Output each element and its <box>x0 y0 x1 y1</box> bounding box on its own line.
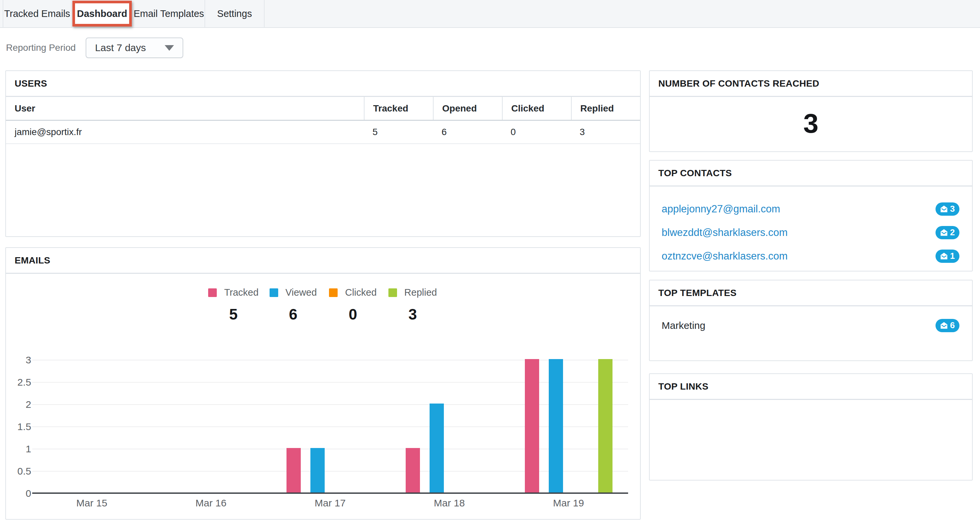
opens-count-badge: 1 <box>935 250 959 263</box>
open-envelope-icon <box>940 321 948 329</box>
users-panel: USERS UserTrackedOpenedClickedReplied ja… <box>5 70 641 237</box>
x-axis-tick-label: Mar 15 <box>76 498 107 509</box>
open-envelope-icon <box>940 229 948 236</box>
opens-count-badge: 3 <box>935 202 959 216</box>
y-axis-tick-label: 2 <box>6 399 31 410</box>
bar-tracked-mar-18 <box>406 448 420 493</box>
top-contacts-list: applejonny27@gmail.com3blwezddt@sharklas… <box>650 186 972 268</box>
x-axis-line <box>32 493 628 494</box>
users-col-user: User <box>6 97 364 120</box>
top-templates-panel: TOP TEMPLATES Marketing6 <box>649 280 973 361</box>
badge-count: 2 <box>950 227 955 238</box>
tab-email-templates[interactable]: Email Templates <box>133 0 205 27</box>
badge-count: 6 <box>950 320 955 331</box>
open-envelope-icon <box>940 252 948 260</box>
top-contact-row: applejonny27@gmail.com3 <box>650 197 972 221</box>
top-contacts-panel: TOP CONTACTS applejonny27@gmail.com3blwe… <box>649 160 973 272</box>
reporting-period-label: Reporting Period <box>6 43 76 53</box>
contact-email-link[interactable]: applejonny27@gmail.com <box>662 203 780 215</box>
users-table-header: UserTrackedOpenedClickedReplied <box>6 97 640 121</box>
tab-settings[interactable]: Settings <box>205 0 264 27</box>
x-axis-tick-label: Mar 16 <box>196 498 226 509</box>
bar-viewed-mar-17 <box>310 448 325 493</box>
user-email-cell: jamie@sportix.fr <box>6 127 364 137</box>
y-axis-tick-label: 1 <box>6 444 31 455</box>
template-name: Marketing <box>662 320 705 331</box>
top-links-title: TOP LINKS <box>650 374 972 400</box>
x-axis-tick-label: Mar 19 <box>553 498 584 509</box>
bar-tracked-mar-19 <box>525 359 539 493</box>
users-col-replied: Replied <box>571 97 640 120</box>
x-axis-tick-label: Mar 17 <box>315 498 345 509</box>
top-links-panel: TOP LINKS <box>649 374 973 480</box>
users-table-body: jamie@sportix.fr5603 <box>6 121 640 144</box>
users-col-clicked: Clicked <box>502 97 571 120</box>
users-table-row: jamie@sportix.fr5603 <box>6 121 640 144</box>
reporting-period-control: Reporting Period Last 7 days <box>6 37 183 59</box>
users-col-tracked: Tracked <box>364 97 433 120</box>
top-templates-title: TOP TEMPLATES <box>650 280 972 306</box>
user-stat-cell: 6 <box>433 127 502 137</box>
top-links-list <box>650 400 972 410</box>
y-axis-tick-label: 0.5 <box>6 466 31 477</box>
user-stat-cell: 3 <box>571 127 640 137</box>
contacts-reached-value: 3 <box>650 97 972 150</box>
x-axis-tick-label: Mar 18 <box>434 498 465 509</box>
opens-count-badge: 2 <box>935 226 959 239</box>
top-templates-list: Marketing6 <box>650 306 972 337</box>
reporting-period-select[interactable]: Last 7 days <box>86 38 183 58</box>
contacts-reached-title: NUMBER OF CONTACTS REACHED <box>650 71 972 97</box>
tab-bar: Tracked EmailsDashboardEmail TemplatesSe… <box>0 0 980 28</box>
top-contacts-title: TOP CONTACTS <box>650 161 972 186</box>
contact-email-link[interactable]: blwezddt@sharklasers.com <box>662 227 788 238</box>
emails-panel: EMAILS Tracked5Viewed6Clicked0Replied3 0… <box>5 247 641 520</box>
user-stat-cell: 5 <box>364 127 433 137</box>
top-template-row[interactable]: Marketing6 <box>650 313 972 337</box>
bar-viewed-mar-19 <box>549 359 563 493</box>
y-axis-tick-label: 1.5 <box>6 421 31 432</box>
top-contact-row: blwezddt@sharklasers.com2 <box>650 221 972 244</box>
y-axis-tick-label: 3 <box>6 354 31 366</box>
user-stat-cell: 0 <box>502 127 571 137</box>
reporting-period-value: Last 7 days <box>95 42 146 53</box>
bar-tracked-mar-17 <box>286 448 301 493</box>
emails-bar-chart: 00.511.522.53Mar 15Mar 16Mar 17Mar 18Mar… <box>6 248 640 519</box>
badge-count: 3 <box>950 204 955 214</box>
badge-count: 1 <box>950 251 955 261</box>
y-axis-tick-label: 2.5 <box>6 377 31 388</box>
users-col-opened: Opened <box>433 97 502 120</box>
contact-email-link[interactable]: oztnzcve@sharklasers.com <box>662 250 788 262</box>
y-axis-tick-label: 0 <box>6 488 31 499</box>
contacts-reached-panel: NUMBER OF CONTACTS REACHED 3 <box>649 70 973 152</box>
tab-dashboard[interactable]: Dashboard <box>72 1 132 27</box>
chevron-down-icon <box>165 45 174 51</box>
top-contact-row: oztnzcve@sharklasers.com1 <box>650 244 972 268</box>
bar-viewed-mar-18 <box>430 404 444 493</box>
open-envelope-icon <box>940 205 948 213</box>
tab-tracked-emails[interactable]: Tracked Emails <box>3 0 72 27</box>
users-panel-title: USERS <box>6 71 640 97</box>
bar-replied-mar-19 <box>598 359 612 493</box>
opens-count-badge: 6 <box>935 319 959 332</box>
